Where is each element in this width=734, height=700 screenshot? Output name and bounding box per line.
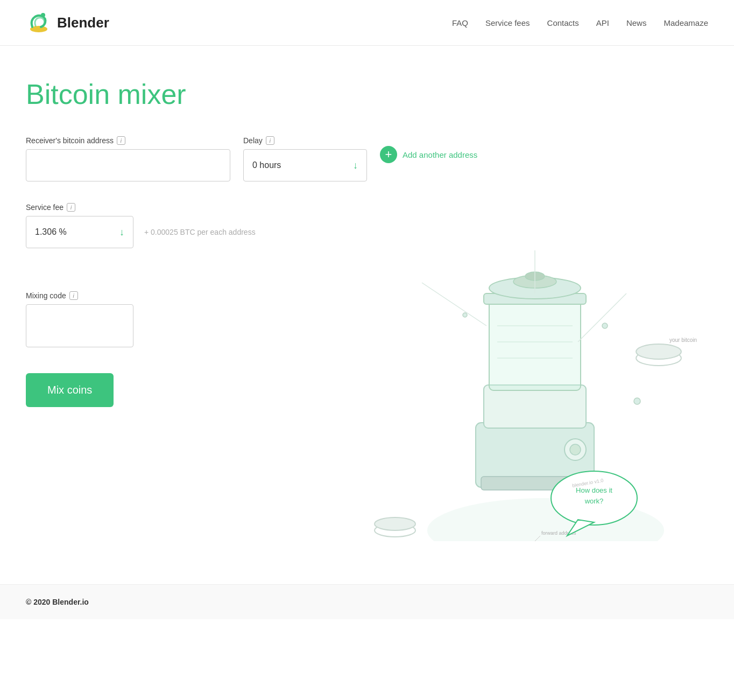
service-fee-select[interactable]: 1.306 % ↓ <box>26 216 133 248</box>
address-delay-row: Receiver's bitcoin address i Delay i 0 h… <box>26 136 708 181</box>
logo-area: Blender <box>26 10 109 36</box>
nav-api[interactable]: API <box>596 18 609 27</box>
copyright: © 2020 Blender.io <box>26 598 89 606</box>
svg-text:work?: work? <box>584 497 604 505</box>
address-field-group: Receiver's bitcoin address i <box>26 136 230 181</box>
form-section: Bitcoin mixer Receiver's bitcoin address… <box>26 78 708 439</box>
footer: © 2020 Blender.io <box>0 584 734 619</box>
svg-point-13 <box>564 439 586 460</box>
svg-point-19 <box>375 524 415 537</box>
delay-field-group: Delay i 0 hours ↓ <box>243 136 367 181</box>
nav-news[interactable]: News <box>626 18 647 27</box>
service-fee-value: 1.306 % <box>35 227 67 237</box>
svg-text:blender.io v1.0: blender.io v1.0 <box>572 478 604 488</box>
main-nav: FAQ Service fees Contacts API News Madea… <box>452 18 708 27</box>
delay-value: 0 hours <box>252 160 281 170</box>
mixing-code-input[interactable] <box>26 304 133 347</box>
svg-point-20 <box>375 517 415 530</box>
nav-contacts[interactable]: Contacts <box>547 18 579 27</box>
add-address-label: Add another address <box>403 150 477 159</box>
svg-text:forward address: forward address <box>541 530 576 536</box>
delay-select[interactable]: 0 hours ↓ <box>243 149 367 181</box>
logo-text: Blender <box>57 15 109 31</box>
svg-point-35 <box>551 471 637 525</box>
svg-text:How does it: How does it <box>576 486 612 494</box>
svg-line-23 <box>530 536 540 541</box>
mix-coins-button[interactable]: Mix coins <box>26 373 114 407</box>
service-fee-row: 1.306 % ↓ + 0.00025 BTC per each address <box>26 216 708 248</box>
delay-label: Delay i <box>243 136 367 145</box>
service-fee-label: Service fee i <box>26 203 708 212</box>
mixing-code-info-icon[interactable]: i <box>69 291 78 300</box>
address-input[interactable] <box>26 149 230 181</box>
add-circle-icon: + <box>380 146 397 163</box>
address-label: Receiver's bitcoin address i <box>26 136 230 145</box>
address-info-icon[interactable]: i <box>117 136 125 145</box>
add-address-button[interactable]: + Add another address <box>380 146 477 163</box>
nav-service-fees[interactable]: Service fees <box>485 18 530 27</box>
delay-info-icon[interactable]: i <box>266 136 274 145</box>
service-fee-info-icon[interactable]: i <box>67 203 75 212</box>
service-fee-field-group: Service fee i 1.306 % ↓ + 0.00025 BTC pe… <box>26 203 708 270</box>
svg-marker-36 <box>567 520 594 536</box>
svg-point-2 <box>427 498 664 541</box>
svg-point-1 <box>41 13 45 17</box>
blender-logo-icon <box>26 10 52 36</box>
nav-faq[interactable]: FAQ <box>452 18 468 27</box>
svg-point-14 <box>570 444 581 455</box>
service-fee-note: + 0.00025 BTC per each address <box>144 228 256 236</box>
delay-dropdown-arrow: ↓ <box>353 160 358 171</box>
mixing-code-section: Mixing code i <box>26 291 708 347</box>
service-fee-dropdown-arrow: ↓ <box>119 227 124 238</box>
page-title: Bitcoin mixer <box>26 78 708 110</box>
nav-madeamaze[interactable]: Madeamaze <box>664 18 708 27</box>
mixing-code-label: Mixing code i <box>26 291 708 300</box>
svg-rect-15 <box>481 477 589 490</box>
